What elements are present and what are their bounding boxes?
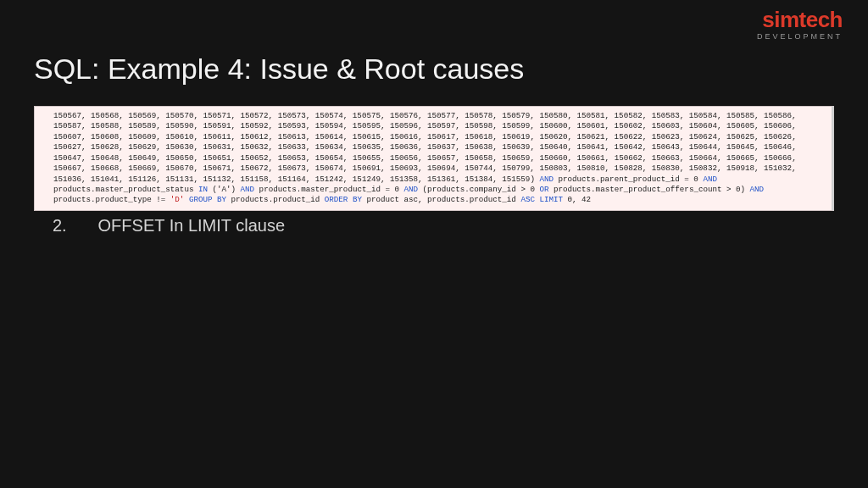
- cond: products.master_product_id = 0: [254, 185, 403, 194]
- kw-and: AND: [750, 185, 765, 194]
- kw-and: AND: [404, 185, 419, 194]
- cond: products.parent_product_id = 0: [554, 175, 703, 184]
- limit-args: 0, 42: [563, 195, 591, 204]
- kw-and: AND: [703, 175, 717, 184]
- cond: products.product_type !=: [53, 195, 170, 204]
- kw-and: AND: [241, 185, 255, 194]
- ids-tail: 151559): [502, 175, 539, 184]
- bullet-item: 2. OFFSET In LIMIT clause: [53, 216, 285, 236]
- bullet-text: OFFSET In LIMIT clause: [98, 216, 285, 235]
- kw-in: IN: [198, 185, 208, 194]
- page-title: SQL: Example 4: Issue & Root causes: [34, 53, 524, 86]
- cond: products.master_product_status: [53, 185, 198, 194]
- ord-cols: product asc, products.product_id: [362, 195, 520, 204]
- grp-cols: products.product_id: [226, 195, 325, 204]
- kw-limit: LIMIT: [539, 195, 563, 204]
- brand-logo-main: simtech: [757, 8, 843, 30]
- kw-and: AND: [539, 175, 554, 184]
- kw-asc: ASC: [520, 195, 535, 204]
- lit: 'D': [170, 195, 185, 204]
- brand-logo-sub: DEVELOPMENT: [757, 32, 843, 41]
- bullet-number: 2.: [53, 216, 78, 236]
- brand-logo: simtech DEVELOPMENT: [757, 8, 843, 41]
- kw-or: OR: [539, 185, 548, 194]
- cond: (products.company_id > 0: [418, 185, 539, 194]
- kw-order-by: ORDER BY: [325, 195, 362, 204]
- kw-group-by: GROUP BY: [189, 195, 226, 204]
- cond: products.master_product_offers_count > 0…: [548, 185, 749, 194]
- sql-code-block: 150567, 150568, 150569, 150570, 150571, …: [34, 106, 834, 211]
- cond: ('A'): [208, 185, 241, 194]
